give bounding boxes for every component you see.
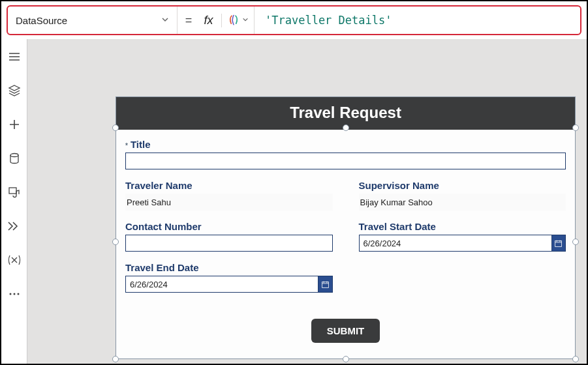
selection-handle[interactable] bbox=[343, 356, 349, 362]
svg-rect-5 bbox=[555, 241, 562, 246]
selection-handle[interactable] bbox=[572, 356, 579, 362]
calendar-icon bbox=[554, 239, 563, 248]
field-label-enddate: Travel End Date bbox=[125, 262, 333, 273]
field-spacer bbox=[359, 257, 566, 293]
field-travel-end: Travel End Date bbox=[125, 257, 333, 293]
media-icon[interactable] bbox=[7, 185, 22, 199]
copilot-dropdown[interactable] bbox=[222, 7, 255, 34]
svg-point-0 bbox=[10, 154, 18, 157]
layers-icon[interactable] bbox=[7, 83, 22, 98]
supervisor-name-input[interactable] bbox=[359, 194, 566, 211]
flow-icon[interactable] bbox=[7, 219, 22, 233]
field-contact-number: Contact Number bbox=[125, 216, 333, 252]
formula-bar: DataSource = fx 'Traveller Details' bbox=[7, 5, 581, 35]
canvas[interactable]: Travel Request *Title Traveler Name Supe… bbox=[27, 39, 587, 364]
start-date-input[interactable] bbox=[359, 235, 551, 252]
equals-symbol: = bbox=[178, 14, 200, 27]
form-control[interactable]: Travel Request *Title Traveler Name Supe… bbox=[116, 96, 576, 359]
chevron-down-icon bbox=[242, 16, 249, 25]
svg-point-2 bbox=[9, 293, 11, 295]
hamburger-icon[interactable] bbox=[7, 50, 22, 64]
chevron-down-icon bbox=[161, 16, 169, 25]
field-supervisor-name: Supervisor Name bbox=[359, 175, 566, 211]
selection-handle[interactable] bbox=[572, 124, 579, 131]
form-body: *Title Traveler Name Supervisor Name bbox=[116, 130, 575, 358]
field-title: *Title bbox=[125, 139, 566, 169]
field-label-title: *Title bbox=[125, 139, 566, 150]
left-rail bbox=[1, 39, 27, 364]
svg-rect-6 bbox=[322, 282, 328, 287]
field-label-startdate: Travel Start Date bbox=[359, 221, 566, 232]
end-date-picker-button[interactable] bbox=[318, 276, 332, 293]
title-input[interactable] bbox=[125, 153, 566, 169]
workspace: Travel Request *Title Traveler Name Supe… bbox=[1, 39, 587, 364]
selection-handle[interactable] bbox=[112, 356, 119, 362]
contact-number-input[interactable] bbox=[125, 235, 333, 252]
field-label-traveler: Traveler Name bbox=[125, 180, 333, 191]
svg-point-4 bbox=[17, 293, 19, 295]
required-icon: * bbox=[125, 142, 128, 149]
property-dropdown[interactable]: DataSource bbox=[8, 7, 178, 34]
svg-point-3 bbox=[13, 293, 15, 295]
svg-rect-1 bbox=[9, 188, 16, 194]
formula-input[interactable]: 'Traveller Details' bbox=[255, 14, 580, 27]
selection-handle[interactable] bbox=[112, 239, 119, 245]
field-label-supervisor: Supervisor Name bbox=[359, 180, 566, 191]
field-label-contact: Contact Number bbox=[125, 221, 333, 232]
submit-button[interactable]: SUBMIT bbox=[311, 319, 380, 343]
plus-icon[interactable] bbox=[7, 117, 22, 132]
calendar-icon bbox=[321, 280, 330, 289]
variable-icon[interactable] bbox=[7, 253, 22, 267]
selection-handle[interactable] bbox=[572, 239, 579, 245]
selection-handle[interactable] bbox=[343, 124, 349, 131]
more-icon[interactable] bbox=[7, 287, 22, 301]
traveler-name-input[interactable] bbox=[125, 194, 333, 211]
start-date-picker-button[interactable] bbox=[551, 235, 566, 252]
field-traveler-name: Traveler Name bbox=[125, 175, 333, 211]
fx-symbol: fx bbox=[200, 14, 222, 27]
data-icon[interactable] bbox=[7, 151, 22, 166]
selection-handle[interactable] bbox=[112, 124, 119, 131]
end-date-input[interactable] bbox=[125, 276, 318, 293]
copilot-icon bbox=[228, 14, 240, 26]
property-dropdown-label: DataSource bbox=[16, 15, 67, 26]
field-travel-start: Travel Start Date bbox=[359, 216, 566, 252]
